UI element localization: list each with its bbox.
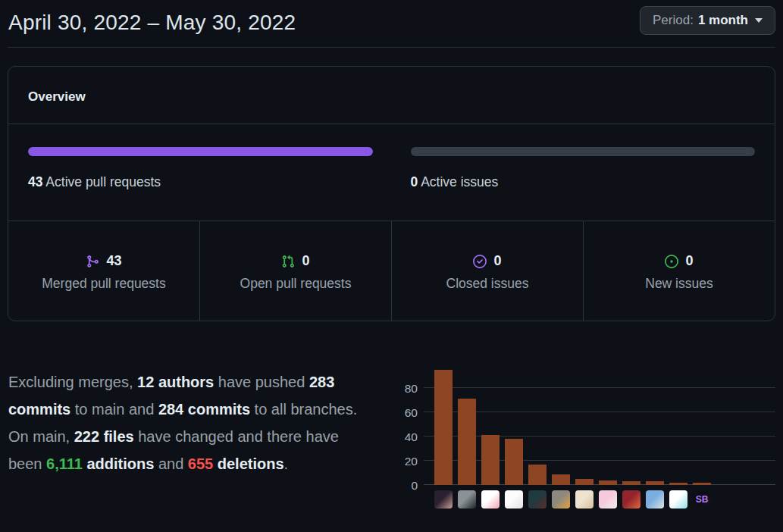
git-pull-request-icon [281,255,295,268]
author-avatar-5[interactable] [528,490,547,509]
issue-opened-icon [665,255,678,268]
y-axis-tick-label: 40 [395,430,418,444]
stat-value-row: 0 [584,253,775,269]
commit-bar-author-6 [552,474,570,485]
stat-label: New issues [584,276,775,292]
stat-count: 0 [302,253,309,269]
summary-segment: additions [83,455,154,472]
stat-value-row: 43 [8,253,199,269]
activity-summary: Excluding merges, 12 authors have pushed… [8,368,366,509]
overview-card-header: Overview [8,67,775,124]
stat-count: 0 [493,253,501,269]
y-axis-tick-label: 80 [395,382,418,396]
progress-track [28,147,373,156]
progress-section: 43 Active pull requests0 Active issues [8,124,775,221]
author-avatar-7[interactable] [575,490,594,509]
period-dropdown[interactable]: Period: 1 month [640,6,775,35]
progress-fill [28,147,373,156]
author-avatar-9[interactable] [622,490,640,509]
period-value: 1 month [698,13,748,28]
period-label: Period: [653,13,694,28]
stat-label: Closed issues [392,276,583,292]
progress-label: 43 Active pull requests [28,174,373,190]
author-avatar-2[interactable] [458,490,476,509]
commit-bar-author-9 [622,481,640,485]
summary-segment: and [154,455,187,472]
commit-bar-author-5 [528,465,547,485]
commits-per-author-chart: 020406080 SB [396,364,775,509]
commit-bar-author-2 [458,399,476,485]
date-range-title: April 30, 2022 – May 30, 2022 [8,11,296,35]
stat-count: 43 [106,253,121,269]
author-avatar-10[interactable] [646,490,664,509]
commit-bar-author-8 [599,480,617,485]
summary-segment: 12 authors [137,374,214,390]
page-header: April 30, 2022 – May 30, 2022 Period: 1 … [0,0,783,35]
summary-segment: 284 commits [158,401,250,418]
progress-active-pull-requests: 43 Active pull requests [28,147,373,190]
bars-group [434,370,711,485]
summary-group: 655 deletions. [188,450,288,477]
stat-label: Merged pull requests [8,276,199,292]
progress-count: 43 [28,174,42,189]
author-avatar-4[interactable] [505,490,523,509]
stat-merged-pull-requests[interactable]: 43Merged pull requests [8,221,199,321]
overview-title: Overview [28,89,755,105]
commit-bar-author-1 [434,370,453,485]
progress-label: 0 Active issues [411,174,756,190]
stat-open-pull-requests[interactable]: 0Open pull requests [199,221,391,321]
summary-segment: 222 files [74,428,134,445]
stats-row: 43Merged pull requests0Open pull request… [8,221,775,321]
author-avatar-11[interactable] [669,490,687,509]
author-avatars-row: SB [434,490,775,509]
progress-active-issues: 0 Active issues [411,147,756,190]
stat-closed-issues[interactable]: 0Closed issues [391,221,583,321]
summary-segment: 6,111 [46,455,83,472]
chevron-down-icon [755,18,763,23]
author-avatar-12[interactable]: SB [693,490,711,509]
summary-segment: Excluding merges, [8,374,137,390]
stat-label: Open pull requests [200,276,391,292]
author-avatar-1[interactable] [434,490,453,509]
progress-count: 0 [411,174,418,189]
summary-segment: 655 [188,455,213,472]
author-avatar-8[interactable] [599,490,617,509]
summary-segment: to main and [70,401,158,418]
y-axis-tick-label: 60 [395,406,418,420]
pulse-page: April 30, 2022 – May 30, 2022 Period: 1 … [0,0,783,532]
commit-bar-author-10 [646,481,664,485]
commit-bar-author-12 [693,483,711,485]
commit-bar-author-4 [505,439,523,485]
chart-plot-area: 020406080 [424,364,775,485]
summary-segment: have pushed [214,374,309,390]
y-axis-tick-label: 0 [395,479,418,493]
commit-bar-author-11 [669,483,687,485]
overview-card: Overview 43 Active pull requests0 Active… [8,66,775,321]
git-merge-icon [86,255,99,268]
progress-track [411,147,756,156]
author-avatar-6[interactable] [552,490,570,509]
stat-value-row: 0 [392,253,583,269]
summary-segment: . [284,455,289,472]
commit-bar-author-3 [481,435,500,485]
issue-closed-icon [473,255,487,268]
author-avatar-3[interactable] [481,490,500,509]
stat-new-issues[interactable]: 0New issues [583,221,775,321]
commit-bar-author-7 [575,479,594,485]
bottom-section: Excluding merges, 12 authors have pushed… [0,352,783,509]
stat-count: 0 [685,253,693,269]
summary-segment: deletions [213,455,283,472]
y-axis-tick-label: 20 [395,455,418,468]
header-divider [8,47,775,48]
stat-value-row: 0 [200,253,391,269]
